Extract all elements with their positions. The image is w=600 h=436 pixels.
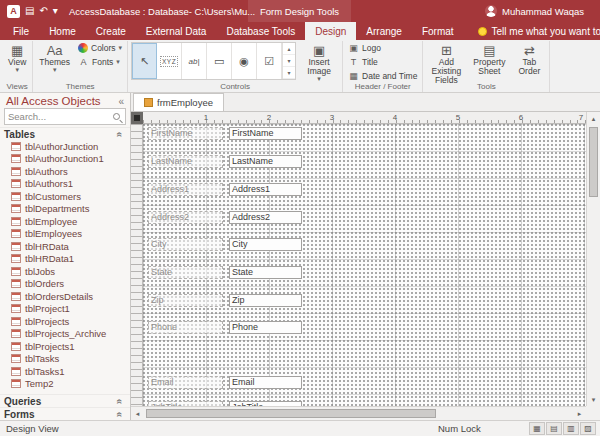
vertical-scroll-thumb[interactable]	[589, 127, 598, 197]
sidebar-item-table[interactable]: Temp2	[0, 378, 130, 391]
insert-image-button[interactable]: ▣ Insert Image ▾	[299, 42, 339, 83]
titlebar: A ▤ ↶ ▾ AccessDatabase : Database- C:\Us…	[0, 0, 600, 22]
field-label-control[interactable]: Address2	[148, 211, 223, 224]
tab-design[interactable]: Design	[305, 22, 356, 40]
colors-button[interactable]: Colors ▾	[76, 42, 124, 54]
section-header-tables[interactable]: Tables «	[0, 127, 130, 140]
horizontal-scrollbar[interactable]: ◂ ▸	[131, 406, 586, 420]
field-textbox-control[interactable]: Address1	[229, 183, 302, 196]
select-control[interactable]: ↖	[132, 43, 157, 79]
textbox-control-tool[interactable]: ab|	[182, 43, 207, 79]
tab-order-button[interactable]: ⇄ Tab Order	[512, 42, 546, 77]
sidebar-item-table[interactable]: tblProject1	[0, 303, 130, 316]
gallery-scroll-down-icon[interactable]: ▾	[283, 55, 295, 67]
form-selector-button[interactable]	[131, 112, 143, 124]
add-existing-fields-button[interactable]: ⊞ Add Existing Fields	[426, 42, 466, 86]
field-textbox-control[interactable]: FirstName	[229, 127, 302, 140]
sidebar-item-table[interactable]: tblAuthorJunction1	[0, 153, 130, 166]
label-control-tool[interactable]: XYZ	[157, 43, 182, 79]
property-sheet-button[interactable]: ▤ Property Sheet	[469, 42, 509, 77]
gallery-more-icon[interactable]: ▾	[283, 67, 295, 79]
design-grid-canvas[interactable]: FirstNameFirstName LastNameLastName Addr…	[143, 124, 586, 406]
field-textbox-control[interactable]: Phone	[229, 321, 302, 334]
tab-format[interactable]: Format	[412, 22, 464, 40]
sidebar-item-table[interactable]: tblProjects	[0, 315, 130, 328]
access-app-icon[interactable]: A	[7, 5, 20, 18]
field-label-control[interactable]: Address1	[148, 183, 223, 196]
field-textbox-control[interactable]: State	[229, 266, 302, 279]
tab-home[interactable]: Home	[39, 22, 86, 40]
field-label-control[interactable]: LastName	[148, 155, 223, 168]
tab-arrange[interactable]: Arrange	[356, 22, 412, 40]
form-view-icon[interactable]: ▦	[529, 422, 545, 435]
field-row: LastNameLastName	[143, 155, 586, 170]
field-label-control[interactable]: Zip	[148, 294, 223, 307]
search-input[interactable]	[8, 111, 113, 122]
sidebar-item-table[interactable]: tblDepartments	[0, 203, 130, 216]
field-textbox-control[interactable]: LastName	[229, 155, 302, 168]
sidebar-item-table[interactable]: tblProjects1	[0, 340, 130, 353]
vertical-scrollbar[interactable]: ▴ ▾	[586, 112, 600, 406]
fonts-button[interactable]: A Fonts ▾	[76, 56, 124, 68]
sidebar-item-table[interactable]: tblCustomers	[0, 190, 130, 203]
ruler-mark: 4	[393, 113, 397, 122]
field-label-control[interactable]: City	[148, 238, 223, 251]
tab-external-data[interactable]: External Data	[136, 22, 217, 40]
field-label-control[interactable]: Phone	[148, 321, 223, 334]
scroll-up-icon[interactable]: ▴	[587, 112, 600, 125]
nav-pane-header[interactable]: All Access Objects «	[0, 93, 130, 108]
sidebar-item-table[interactable]: tblHRData1	[0, 253, 130, 266]
datasheet-view-icon[interactable]: ▤	[546, 422, 562, 435]
sidebar-item-table[interactable]: tblEmployees	[0, 228, 130, 241]
sidebar-item-table[interactable]: tblAuthorJunction	[0, 140, 130, 153]
design-view-icon[interactable]: ▨	[580, 422, 596, 435]
gallery-scroll-up-icon[interactable]: ▴	[283, 43, 295, 55]
shutter-bar-icon[interactable]: «	[118, 96, 124, 107]
field-label-control[interactable]: Email	[148, 376, 223, 389]
scroll-right-icon[interactable]: ▸	[573, 407, 586, 420]
section-header-queries[interactable]: Queries «	[0, 394, 130, 407]
tab-frmEmployee[interactable]: frmEmployee	[133, 93, 224, 111]
tab-create[interactable]: Create	[86, 22, 136, 40]
checkbox-control-tool[interactable]: ☑	[257, 43, 282, 79]
sidebar-item-table[interactable]: tblJobs	[0, 265, 130, 278]
fonts-label: Fonts	[92, 57, 113, 67]
sidebar-item-table[interactable]: tblTasks	[0, 353, 130, 366]
field-textbox-control[interactable]: Address2	[229, 211, 302, 224]
horizontal-scroll-thumb[interactable]	[146, 409, 436, 418]
view-button[interactable]: ▦ View ▾	[5, 42, 29, 74]
field-textbox-control[interactable]: City	[229, 238, 302, 251]
tab-file[interactable]: File	[3, 22, 39, 40]
sidebar-item-table[interactable]: tblTasks1	[0, 365, 130, 378]
undo-icon[interactable]: ↶	[39, 5, 47, 17]
layout-view-icon[interactable]: ▥	[563, 422, 579, 435]
save-icon[interactable]: ▤	[25, 5, 34, 17]
section-header-forms[interactable]: Forms «	[0, 407, 130, 420]
button-control-tool[interactable]: ▭	[207, 43, 232, 79]
title-button[interactable]: T Title	[346, 56, 419, 68]
field-label-control[interactable]: FirstName	[148, 127, 223, 140]
sidebar-item-table[interactable]: tblOrders	[0, 278, 130, 291]
sidebar-item-table[interactable]: tblAuthors	[0, 165, 130, 178]
scroll-left-icon[interactable]: ◂	[131, 407, 144, 420]
account-area[interactable]: Muhammad Waqas	[485, 5, 600, 17]
table-icon	[11, 254, 21, 263]
table-name: tblProjects_Archive	[25, 328, 106, 339]
field-textbox-control[interactable]: Zip	[229, 294, 302, 307]
field-label-control[interactable]: State	[148, 266, 223, 279]
option-control-tool[interactable]: ◉	[232, 43, 257, 79]
field-textbox-control[interactable]: Email	[229, 376, 302, 389]
qat-customize-icon[interactable]: ▾	[53, 5, 58, 17]
table-name: tblEmployee	[25, 216, 77, 227]
themes-button[interactable]: Aa Themes ▾	[36, 42, 73, 74]
scroll-down-icon[interactable]: ▾	[587, 393, 600, 406]
sidebar-item-table[interactable]: tblHRData	[0, 240, 130, 253]
sidebar-item-table[interactable]: tblOrdersDetails	[0, 290, 130, 303]
date-time-button[interactable]: ▦ Date and Time	[346, 70, 419, 82]
tab-database-tools[interactable]: Database Tools	[216, 22, 305, 40]
sidebar-item-table[interactable]: tblProjects_Archive	[0, 328, 130, 341]
logo-button[interactable]: ▣ Logo	[346, 42, 419, 54]
sidebar-item-table[interactable]: tblAuthors1	[0, 178, 130, 191]
tell-me-box[interactable]: Tell me what you want to do	[478, 22, 600, 40]
sidebar-item-table[interactable]: tblEmployee	[0, 215, 130, 228]
